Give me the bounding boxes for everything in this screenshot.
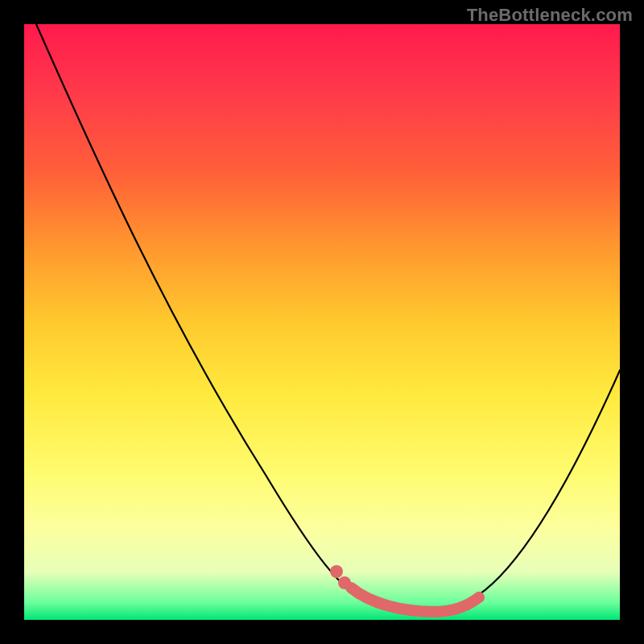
- marker-dot: [330, 565, 343, 578]
- bottleneck-curve: [36, 24, 620, 613]
- curve-svg: [24, 24, 620, 620]
- marker-dot: [338, 576, 351, 589]
- optimal-range-highlight: [351, 588, 479, 612]
- watermark-text: TheBottleneck.com: [467, 5, 633, 26]
- chart-plot-area: [24, 24, 620, 620]
